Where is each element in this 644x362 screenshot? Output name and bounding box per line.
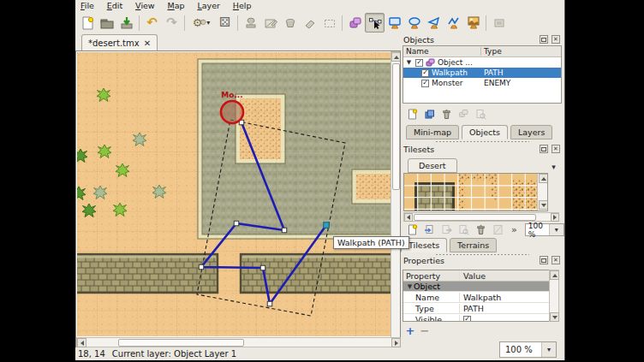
scroll-right-button[interactable] bbox=[551, 213, 559, 222]
insert-tile-button[interactable] bbox=[463, 13, 483, 33]
map-zoom-combo[interactable]: 100 % ▾ bbox=[499, 341, 557, 358]
scroll-up-button[interactable] bbox=[550, 270, 559, 280]
tileset-tab-desert[interactable]: Desert bbox=[408, 158, 457, 173]
property-value[interactable]: Walkpath bbox=[460, 293, 549, 302]
undo-button[interactable]: ↶ bbox=[142, 13, 162, 33]
commands-button[interactable]: ⚙⚙▾ bbox=[188, 13, 215, 33]
tileset-hscrollbar[interactable] bbox=[403, 212, 559, 222]
vertex-handle[interactable] bbox=[234, 221, 239, 226]
tileset-zoom-combo[interactable]: 100 % ▾ bbox=[525, 223, 564, 236]
eraser-button[interactable] bbox=[300, 13, 319, 33]
new-map-button[interactable] bbox=[77, 13, 97, 33]
column-property[interactable]: Property bbox=[403, 271, 460, 281]
scroll-left-button[interactable] bbox=[77, 338, 86, 347]
remove-property-button[interactable]: − bbox=[420, 325, 430, 335]
vscroll-thumb[interactable] bbox=[392, 63, 400, 190]
property-value[interactable]: PATH bbox=[460, 304, 549, 313]
add-property-button[interactable]: + bbox=[405, 325, 415, 335]
move-object-button[interactable] bbox=[457, 108, 470, 120]
column-type[interactable]: Type bbox=[481, 47, 561, 56]
tab-terrains[interactable]: Terrains bbox=[450, 238, 497, 252]
scroll-down-button[interactable] bbox=[539, 200, 548, 210]
properties-vscrollbar[interactable] bbox=[549, 270, 559, 322]
menu-edit[interactable]: Edit bbox=[102, 0, 128, 11]
tileset-properties-button[interactable] bbox=[457, 224, 470, 236]
map-hscrollbar[interactable] bbox=[76, 337, 401, 347]
object-visible-checkbox[interactable]: ✓ bbox=[421, 69, 429, 77]
remove-object-button[interactable] bbox=[440, 108, 453, 120]
vertex-handle[interactable] bbox=[199, 264, 204, 270]
expander-icon[interactable]: ▼ bbox=[406, 283, 414, 290]
float-panel-icon[interactable] bbox=[540, 35, 548, 44]
menu-map[interactable]: Map bbox=[163, 0, 190, 11]
menu-help[interactable]: Help bbox=[228, 0, 257, 11]
scroll-left-button[interactable] bbox=[404, 213, 413, 222]
tileset-vscrollbar[interactable] bbox=[537, 174, 547, 211]
toolbar-extension-button[interactable] bbox=[489, 13, 509, 33]
close-panel-icon[interactable]: ✕ bbox=[552, 256, 560, 264]
insert-polygon-button[interactable] bbox=[424, 13, 444, 33]
save-button[interactable] bbox=[116, 13, 136, 33]
monster-ellipse[interactable] bbox=[221, 101, 243, 123]
float-panel-icon[interactable] bbox=[540, 256, 548, 264]
property-group-row[interactable]: ▼ Object bbox=[403, 282, 549, 292]
object-properties-button[interactable] bbox=[474, 108, 487, 120]
layer-visible-checkbox[interactable]: ✓ bbox=[415, 59, 423, 67]
scroll-up-button[interactable] bbox=[539, 174, 548, 183]
tileset-list-dropdown-icon[interactable]: ▾ bbox=[548, 161, 559, 172]
bucket-fill-button[interactable] bbox=[280, 13, 300, 33]
add-object-button[interactable] bbox=[406, 108, 419, 120]
visible-checkbox[interactable]: ✓ bbox=[463, 316, 471, 323]
menu-file[interactable]: File bbox=[75, 0, 99, 11]
tab-mini-map[interactable]: Mini-map bbox=[406, 125, 459, 139]
property-row-name[interactable]: Name Walkpath bbox=[403, 292, 549, 303]
insert-polyline-button[interactable] bbox=[444, 13, 463, 33]
vertex-handle-selected[interactable] bbox=[324, 223, 330, 228]
new-tileset-button[interactable] bbox=[406, 224, 419, 236]
tab-objects[interactable]: Objects bbox=[462, 125, 508, 139]
insert-ellipse-button[interactable] bbox=[404, 13, 424, 33]
property-row-type[interactable]: Type PATH bbox=[403, 303, 549, 314]
scroll-up-button[interactable] bbox=[391, 52, 401, 62]
scroll-right-button[interactable] bbox=[391, 338, 401, 347]
walkpath-row[interactable]: ✓ Walkpath PATH bbox=[403, 68, 561, 78]
import-tileset-button[interactable] bbox=[423, 224, 436, 236]
tab-close-icon[interactable]: ✕ bbox=[144, 39, 151, 48]
scroll-down-button[interactable] bbox=[550, 312, 559, 322]
edit-terrain-button[interactable] bbox=[492, 224, 504, 236]
terrain-brush-button[interactable] bbox=[260, 13, 280, 33]
float-panel-icon[interactable] bbox=[540, 145, 548, 153]
column-value[interactable]: Value bbox=[460, 271, 549, 281]
monster-row[interactable]: ✓ Monster ENEMY bbox=[403, 78, 561, 88]
stamp-brush-button[interactable] bbox=[241, 13, 260, 33]
insert-rectangle-button[interactable] bbox=[385, 13, 404, 33]
dropdown-caret-icon[interactable]: ▾ bbox=[549, 224, 564, 235]
open-button[interactable] bbox=[97, 13, 116, 33]
toolbar-overflow-icon[interactable]: » bbox=[511, 224, 517, 235]
dock-splitter[interactable] bbox=[435, 140, 529, 143]
object-layer-row[interactable]: ▼ ✓ Object ... bbox=[403, 57, 561, 68]
vertex-handle[interactable] bbox=[267, 301, 272, 306]
tab-layers[interactable]: Layers bbox=[510, 125, 552, 139]
menu-layer[interactable]: Layer bbox=[192, 0, 225, 11]
select-objects-button[interactable] bbox=[345, 13, 365, 33]
duplicate-object-button[interactable] bbox=[423, 108, 436, 120]
edit-polygons-button[interactable] bbox=[365, 13, 385, 33]
property-row-visible[interactable]: Visible ✓ bbox=[403, 314, 549, 322]
rect-select-button[interactable] bbox=[319, 13, 339, 33]
menu-view[interactable]: View bbox=[130, 0, 160, 11]
vertex-handle[interactable] bbox=[282, 228, 287, 233]
hscroll-thumb[interactable] bbox=[414, 214, 536, 221]
dropdown-caret-icon[interactable]: ▾ bbox=[541, 342, 556, 357]
map-canvas[interactable]: Mo... bbox=[77, 52, 391, 336]
export-tileset-button[interactable] bbox=[440, 224, 453, 236]
map-vscrollbar[interactable] bbox=[391, 51, 401, 347]
close-panel-icon[interactable]: ✕ bbox=[552, 145, 560, 153]
remove-tileset-button[interactable] bbox=[474, 224, 487, 236]
hscroll-thumb[interactable] bbox=[118, 339, 244, 347]
expander-icon[interactable]: ▼ bbox=[405, 59, 413, 66]
tileset-view[interactable] bbox=[403, 173, 548, 211]
random-mode-button[interactable]: ⚄ bbox=[215, 13, 235, 33]
close-panel-icon[interactable]: ✕ bbox=[552, 35, 560, 44]
object-visible-checkbox[interactable]: ✓ bbox=[421, 80, 429, 87]
